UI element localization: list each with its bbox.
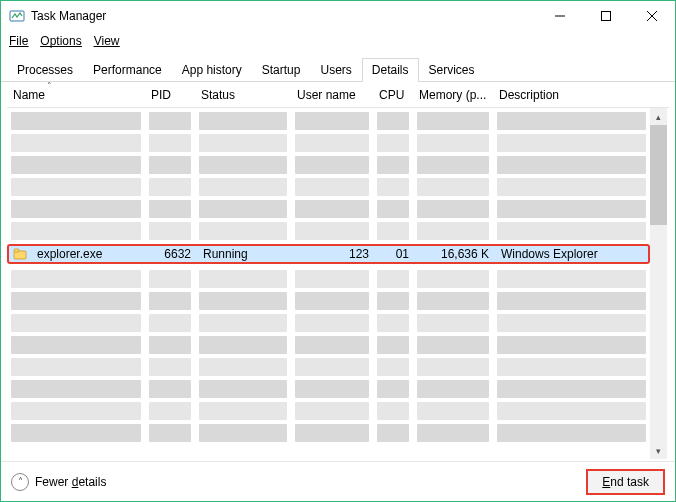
fewer-details-label: Fewer details — [35, 475, 106, 489]
table-row[interactable] — [7, 132, 650, 154]
window-controls — [537, 1, 675, 31]
table-row[interactable] — [7, 268, 650, 290]
collapse-icon: ˄ — [11, 473, 29, 491]
cell-pid: 6632 — [147, 247, 197, 261]
tab-app-history[interactable]: App history — [172, 58, 252, 82]
minimize-button[interactable] — [537, 1, 583, 31]
cell-description: Windows Explorer — [495, 247, 648, 261]
task-manager-icon — [9, 8, 25, 24]
column-header-description[interactable]: Description — [493, 88, 651, 102]
column-header-memory[interactable]: Memory (p... — [413, 88, 493, 102]
details-grid: ˄ Name PID Status User name CPU Memory (… — [1, 82, 675, 461]
tab-details[interactable]: Details — [362, 58, 419, 82]
column-headers: ˄ Name PID Status User name CPU Memory (… — [7, 82, 669, 108]
menubar: File Options View — [1, 31, 675, 51]
column-header-name[interactable]: Name — [7, 88, 145, 102]
end-task-label: End task — [602, 475, 649, 489]
svg-rect-2 — [602, 12, 611, 21]
table-row[interactable] — [7, 356, 650, 378]
grid-body[interactable]: explorer.exe 6632 Running 123 01 16,636 … — [7, 108, 669, 461]
maximize-button[interactable] — [583, 1, 629, 31]
column-header-cpu[interactable]: CPU — [373, 88, 413, 102]
cell-status: Running — [197, 247, 293, 261]
cell-memory: 16,636 K — [415, 247, 495, 261]
menu-options[interactable]: Options — [40, 34, 81, 48]
menu-file[interactable]: File — [9, 34, 28, 48]
table-row[interactable] — [7, 334, 650, 356]
table-row[interactable] — [7, 312, 650, 334]
table-row[interactable] — [7, 176, 650, 198]
footer: ˄ Fewer details End task — [1, 461, 675, 501]
column-header-pid[interactable]: PID — [145, 88, 195, 102]
table-row[interactable] — [7, 198, 650, 220]
window-title: Task Manager — [31, 9, 106, 23]
tab-performance[interactable]: Performance — [83, 58, 172, 82]
table-row-selected[interactable]: explorer.exe 6632 Running 123 01 16,636 … — [7, 244, 650, 264]
tab-startup[interactable]: Startup — [252, 58, 311, 82]
sort-ascending-icon: ˄ — [47, 82, 52, 91]
menu-view[interactable]: View — [94, 34, 120, 48]
cell-cpu: 01 — [375, 247, 415, 261]
scroll-down-icon[interactable]: ▾ — [650, 442, 667, 459]
table-row[interactable] — [7, 378, 650, 400]
table-row[interactable] — [7, 400, 650, 422]
svg-rect-6 — [14, 249, 19, 252]
scroll-thumb[interactable] — [650, 125, 667, 225]
cell-user: 123 — [293, 247, 375, 261]
tab-users[interactable]: Users — [310, 58, 361, 82]
task-manager-window: Task Manager File Options View Processes… — [0, 0, 676, 502]
table-row[interactable] — [7, 290, 650, 312]
tabbar: Processes Performance App history Startu… — [1, 51, 675, 82]
end-task-button[interactable]: End task — [586, 469, 665, 495]
titlebar: Task Manager — [1, 1, 675, 31]
close-button[interactable] — [629, 1, 675, 31]
table-row[interactable] — [7, 422, 650, 444]
column-header-user-name[interactable]: User name — [291, 88, 373, 102]
tab-services[interactable]: Services — [419, 58, 485, 82]
tab-processes[interactable]: Processes — [7, 58, 83, 82]
cell-name: explorer.exe — [31, 247, 147, 261]
explorer-icon — [13, 247, 27, 261]
table-row[interactable] — [7, 220, 650, 242]
vertical-scrollbar[interactable]: ▴ ▾ — [650, 108, 667, 459]
table-row[interactable] — [7, 110, 650, 132]
table-row[interactable] — [7, 154, 650, 176]
fewer-details-button[interactable]: ˄ Fewer details — [11, 473, 106, 491]
scroll-up-icon[interactable]: ▴ — [650, 108, 667, 125]
column-header-status[interactable]: Status — [195, 88, 291, 102]
